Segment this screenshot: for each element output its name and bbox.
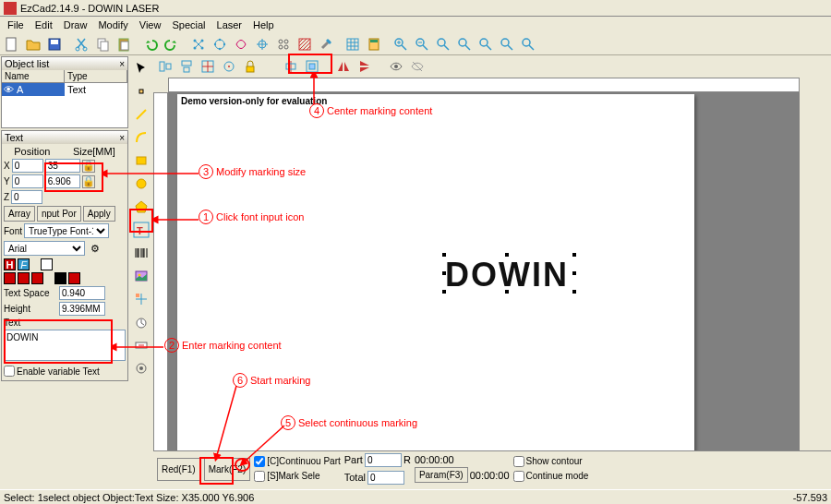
zoom-in-icon[interactable] [391, 34, 411, 54]
show-contour-checkbox[interactable] [513, 456, 524, 467]
hatch-icon[interactable] [295, 34, 315, 54]
menu-draw[interactable]: Draw [58, 18, 93, 31]
panel-close-icon[interactable]: × [119, 59, 125, 69]
timer-icon[interactable] [130, 311, 152, 333]
undo-icon[interactable] [140, 34, 161, 54]
menu-modify[interactable]: Modify [92, 18, 133, 31]
svg-point-31 [480, 39, 488, 46]
param-button[interactable]: Param(F3) [415, 467, 468, 483]
copy-icon[interactable] [92, 34, 113, 54]
text-content-input[interactable] [4, 330, 126, 361]
input-icon[interactable] [130, 334, 152, 356]
col-type[interactable]: Type [65, 70, 127, 82]
tool-e-icon[interactable] [273, 34, 294, 54]
calc-icon[interactable] [364, 34, 384, 54]
color-red[interactable] [68, 272, 80, 284]
lock-icon[interactable]: 🔒 [82, 160, 95, 173]
align-2-icon[interactable] [176, 56, 197, 77]
image-icon[interactable] [130, 265, 152, 287]
tool-b-icon[interactable] [210, 34, 230, 54]
svg-point-14 [219, 38, 221, 40]
canvas[interactable]: Demo version-only for evaluation DOWIN [168, 92, 800, 486]
z-input[interactable] [11, 190, 42, 204]
array-button[interactable]: Array [4, 206, 35, 222]
open-icon[interactable] [23, 34, 43, 54]
style-icon[interactable] [41, 258, 53, 270]
mirror-v-icon[interactable] [355, 56, 375, 77]
hide-icon[interactable] [407, 56, 428, 77]
mark-sele-checkbox[interactable] [254, 471, 265, 482]
new-icon[interactable] [2, 34, 22, 54]
total-input[interactable] [367, 471, 404, 485]
part-input[interactable] [365, 453, 402, 467]
col-name[interactable]: Name [2, 70, 65, 82]
mirror-h-icon[interactable] [333, 56, 354, 77]
menu-help[interactable]: Help [247, 18, 280, 31]
tool-a-icon[interactable] [188, 34, 209, 54]
text-tool-icon[interactable]: T [130, 219, 152, 241]
grid-icon[interactable] [343, 34, 363, 54]
zoom-prev-icon[interactable] [518, 34, 538, 54]
align-right-icon[interactable] [31, 272, 43, 284]
circle-icon[interactable] [130, 173, 152, 195]
red-button[interactable]: Red(F1) [157, 458, 200, 481]
font-f-icon[interactable]: F [18, 258, 30, 270]
menu-laser[interactable]: Laser [211, 18, 248, 31]
menu-file[interactable]: File [2, 18, 30, 31]
lock-tool-icon[interactable] [240, 56, 260, 77]
color-black[interactable] [54, 272, 66, 284]
vector-icon[interactable] [130, 288, 152, 310]
select-icon[interactable] [130, 57, 152, 79]
y-input[interactable] [12, 174, 43, 188]
tool-d-icon[interactable] [252, 34, 272, 54]
curve-icon[interactable] [130, 126, 152, 149]
node-icon[interactable] [130, 80, 152, 102]
mark-button[interactable]: Mark(F2) [204, 458, 251, 481]
menu-edit[interactable]: Edit [30, 18, 58, 31]
zoom-fit-icon[interactable] [433, 34, 453, 54]
cut-icon[interactable] [71, 34, 91, 54]
menu-special[interactable]: Special [166, 18, 211, 31]
center-canvas-icon[interactable] [302, 56, 322, 77]
redo-icon[interactable] [162, 34, 182, 54]
show-icon[interactable] [386, 56, 406, 77]
tool-c-icon[interactable] [231, 34, 251, 54]
w-input[interactable] [45, 159, 80, 173]
continue-mode-checkbox[interactable] [513, 471, 524, 482]
menu-view[interactable]: View [134, 18, 167, 31]
apply-button[interactable]: Apply [83, 206, 115, 222]
objlist-row[interactable]: 👁 A Text [2, 83, 127, 96]
canvas-text-object[interactable]: DOWIN [445, 256, 569, 294]
zoom-all-icon[interactable] [476, 34, 496, 54]
input-port-button[interactable]: nput Por [37, 206, 81, 222]
center-h-icon[interactable] [281, 56, 301, 77]
zoom-win-icon[interactable] [497, 34, 517, 54]
rect-icon[interactable] [130, 150, 152, 172]
barcode-icon[interactable] [130, 242, 152, 264]
h-input[interactable] [45, 174, 80, 188]
x-input[interactable] [12, 159, 43, 173]
encoder-icon[interactable] [130, 357, 152, 379]
save-icon[interactable] [44, 34, 65, 54]
font-type-select[interactable]: TrueType Font-10 [24, 223, 109, 238]
zoom-sel-icon[interactable] [454, 34, 475, 54]
panel-close-icon[interactable]: × [119, 133, 125, 143]
align-1-icon[interactable] [155, 56, 175, 77]
enable-variable-checkbox[interactable] [4, 366, 15, 377]
align-3-icon[interactable] [198, 56, 218, 77]
paste-icon[interactable] [114, 34, 134, 54]
height-input[interactable] [59, 302, 105, 316]
font-face-select[interactable]: Arial [4, 241, 85, 256]
align-4-icon[interactable] [219, 56, 239, 77]
hatch-h-icon[interactable]: H [4, 258, 16, 270]
lock-icon[interactable]: 🔒 [82, 175, 95, 188]
textspace-input[interactable] [59, 286, 105, 300]
align-left-icon[interactable] [4, 272, 16, 284]
align-center-icon[interactable] [18, 272, 30, 284]
line-icon[interactable] [130, 103, 152, 126]
polygon-icon[interactable] [130, 196, 152, 218]
continuous-checkbox[interactable] [254, 456, 265, 467]
zoom-out-icon[interactable] [412, 34, 432, 54]
font-settings-icon[interactable]: ⚙ [87, 240, 103, 257]
settings-icon[interactable] [316, 34, 336, 54]
